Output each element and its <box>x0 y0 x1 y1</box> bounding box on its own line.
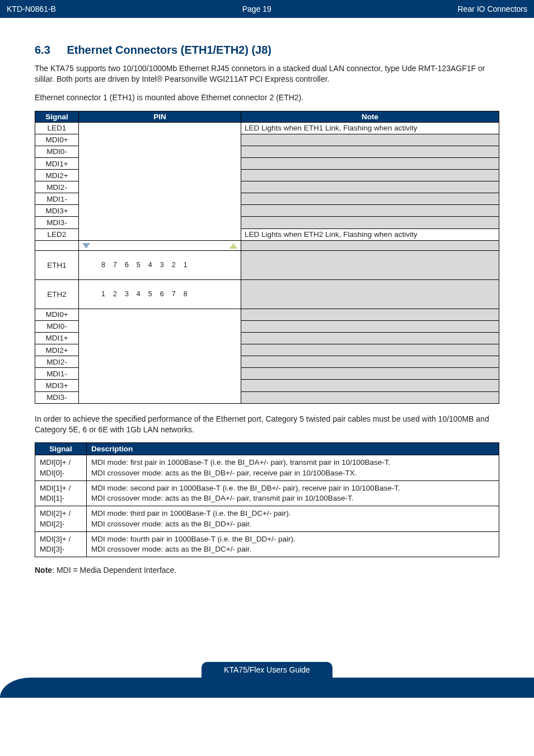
note-text: : MDI = Media Dependent Interface. <box>52 566 176 575</box>
note-label: Note <box>35 566 52 575</box>
section-heading: 6.3 Ethernet Connectors (ETH1/ETH2) (J8) <box>35 44 499 57</box>
pin-num: 3 <box>125 290 129 298</box>
signal-plus: MDI[3]+ / <box>40 535 71 543</box>
pin-num: 4 <box>148 261 152 269</box>
note-cell <box>241 344 499 356</box>
pin-num: 7 <box>172 290 176 298</box>
page-number: Page 19 <box>242 4 271 13</box>
desc-signal: MDI[1]+ / MDI[1]- <box>35 480 87 506</box>
eth1-label: ETH1 <box>35 250 79 279</box>
signal-cell: MDI3- <box>35 391 79 403</box>
table-row: MDI[0]+ / MDI[0]- MDI mode: first pair i… <box>35 455 499 480</box>
desc-signal: MDI[0]+ / MDI[0]- <box>35 455 87 480</box>
table-row: MDI[2]+ / MDI[2]- MDI mode: third pair i… <box>35 506 499 531</box>
footer: KTA75/Flex Users Guide <box>0 662 534 678</box>
section-number: 6.3 <box>35 44 50 56</box>
footer-curve <box>0 678 534 698</box>
section-title: Ethernet Connectors (ETH1/ETH2) (J8) <box>67 44 271 56</box>
desc-text: MDI mode: fourth pair in 1000Base-T (i.e… <box>87 531 499 557</box>
signal-cell: MDI0+ <box>35 134 79 146</box>
eth2-pin-numbers: 1 2 3 4 5 6 7 8 <box>101 290 188 298</box>
signal-cell: MDI0- <box>35 146 79 157</box>
signal-minus: MDI[3]- <box>40 545 64 553</box>
note-cell <box>241 320 499 332</box>
pin-diagram-bottom <box>79 309 241 403</box>
note-cell <box>241 157 499 169</box>
note-cell <box>241 279 499 309</box>
eth1-row: ETH1 8 7 6 5 4 3 2 1 <box>35 250 499 279</box>
signal-cell: MDI2- <box>35 356 79 368</box>
signal-cell: MDI2- <box>35 181 79 193</box>
note-line: Note: MDI = Media Dependent Interface. <box>35 565 499 576</box>
desc-line: MDI crossover mode: acts as the BI_DC+/-… <box>91 545 251 553</box>
signal-cell: MDI3+ <box>35 205 79 217</box>
signal-cell: MDI2+ <box>35 170 79 181</box>
note-cell: LED Lights when ETH2 Link, Flashing when… <box>241 228 499 240</box>
signal-cell: MDI1- <box>35 368 79 380</box>
desc-line: MDI mode: third pair in 1000Base-T (i.e.… <box>91 509 291 517</box>
empty-cell <box>35 240 79 250</box>
eth1-pins-cell: 8 7 6 5 4 3 2 1 <box>79 250 241 279</box>
signal-cell: MDI1+ <box>35 332 79 344</box>
note-cell <box>241 134 499 146</box>
after-table-paragraph: In order to achieve the specified perfor… <box>35 414 499 435</box>
signal-cell: LED1 <box>35 122 79 134</box>
pin-diagram-top <box>79 122 241 240</box>
section-label: Rear IO Connectors <box>458 4 535 13</box>
signal-cell: MDI0- <box>35 320 79 332</box>
table-row: MDI[1]+ / MDI[1]- MDI mode: second pair … <box>35 480 499 506</box>
table-row: MDI[3]+ / MDI[3]- MDI mode: fourth pair … <box>35 531 499 557</box>
pin-th-pin: PIN <box>79 111 241 122</box>
pin-num: 4 <box>137 290 140 298</box>
note-cell <box>241 181 499 193</box>
eth2-pins-cell: 1 2 3 4 5 6 7 8 <box>79 279 241 309</box>
signal-plus: MDI[2]+ / <box>40 509 71 517</box>
desc-line: MDI crossover mode: acts as the BI_DD+/-… <box>91 520 251 528</box>
pin-num: 3 <box>160 261 164 269</box>
pin-num: 1 <box>101 290 105 298</box>
desc-text: MDI mode: second pair in 1000Base-T (i.e… <box>87 480 499 506</box>
signal-cell: MDI3- <box>35 217 79 228</box>
signal-plus: MDI[0]+ / <box>40 458 71 466</box>
pin-num: 2 <box>113 290 117 298</box>
pin-num: 8 <box>184 290 188 298</box>
signal-cell: MDI2+ <box>35 344 79 356</box>
triangle-down-icon <box>82 243 90 249</box>
pin-table: Signal PIN Note LED1 LED Lights when ETH… <box>35 111 499 404</box>
desc-line: MDI mode: second pair in 1000Base-T (i.e… <box>91 484 400 492</box>
arrow-row <box>35 240 499 250</box>
desc-line: MDI crossover mode: acts as the BI_DB+/-… <box>91 469 357 477</box>
pin-num: 5 <box>137 261 140 269</box>
signal-plus: MDI[1]+ / <box>40 484 71 492</box>
eth1-pin-numbers: 8 7 6 5 4 3 2 1 <box>101 261 188 269</box>
desc-line: MDI crossover mode: acts as the BI_DA+/-… <box>91 494 354 502</box>
pin-num: 2 <box>172 261 176 269</box>
eth2-label: ETH2 <box>35 279 79 309</box>
note-cell <box>241 170 499 181</box>
table-row: MDI0+ <box>35 309 499 320</box>
desc-th-description: Description <box>87 443 499 455</box>
intro-paragraph-2: Ethernet connector 1 (ETH1) is mounted a… <box>35 92 499 103</box>
signal-cell: MDI0+ <box>35 309 79 320</box>
desc-signal: MDI[3]+ / MDI[3]- <box>35 531 87 557</box>
arrow-cell <box>79 240 241 250</box>
signal-minus: MDI[2]- <box>40 520 64 528</box>
signal-minus: MDI[1]- <box>40 494 64 502</box>
pin-th-note: Note <box>241 111 499 122</box>
note-cell: LED Lights when ETH1 Link, Flashing when… <box>241 122 499 134</box>
note-cell <box>241 240 499 250</box>
header-bar: KTD-N0861-B Page 19 Rear IO Connectors <box>0 0 534 18</box>
note-cell <box>241 146 499 157</box>
footer-title: KTA75/Flex Users Guide <box>202 662 332 678</box>
triangle-up-icon <box>229 243 237 249</box>
table-row: LED1 LED Lights when ETH1 Link, Flashing… <box>35 122 499 134</box>
note-cell <box>241 309 499 320</box>
description-table: Signal Description MDI[0]+ / MDI[0]- MDI… <box>35 442 499 557</box>
note-cell <box>241 193 499 205</box>
doc-code: KTD-N0861-B <box>0 4 56 13</box>
signal-cell: LED2 <box>35 228 79 240</box>
note-cell <box>241 356 499 368</box>
pin-num: 5 <box>148 290 152 298</box>
note-cell <box>241 391 499 403</box>
desc-line: MDI mode: fourth pair in 1000Base-T (i.e… <box>91 535 296 543</box>
